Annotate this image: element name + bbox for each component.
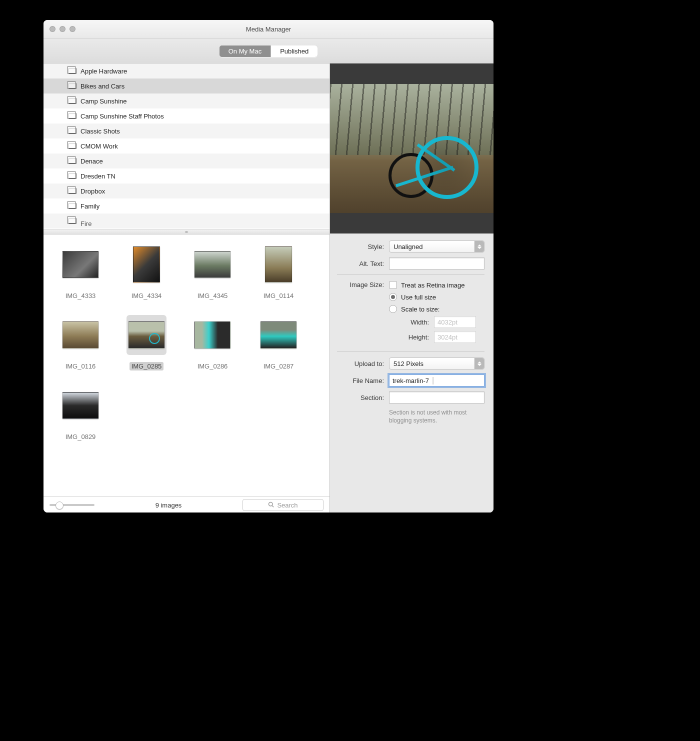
- folder-row[interactable]: Denace: [44, 154, 330, 168]
- folder-name: Bikes and Cars: [80, 82, 124, 90]
- toolbar: On My Mac Published: [44, 39, 494, 64]
- search-placeholder: Search: [277, 502, 298, 509]
- thumbnail-image: [194, 251, 230, 278]
- folder-stack-icon: [68, 218, 76, 224]
- use-full-size-radio[interactable]: Use full size: [389, 293, 484, 301]
- thumbnail-cell[interactable]: IMG_0116: [56, 315, 106, 370]
- folder-row[interactable]: Classic Shots: [44, 124, 330, 138]
- thumbnail-cell[interactable]: IMG_4333: [56, 244, 106, 300]
- folder-list: Apple HardwareBikes and CarsCamp Sunshin…: [44, 64, 330, 230]
- folder-stack-icon: [68, 173, 76, 179]
- alt-text-input[interactable]: [389, 258, 484, 270]
- thumbnail-image: [62, 392, 98, 419]
- thumbnail-cell[interactable]: IMG_4345: [188, 244, 238, 300]
- thumbnail-caption: IMG_4345: [196, 292, 230, 300]
- section-note: Section is not used with most blogging s…: [389, 408, 484, 424]
- search-input[interactable]: Search: [242, 499, 324, 511]
- alt-text-label: Alt. Text:: [337, 260, 384, 268]
- tab-published[interactable]: Published: [270, 46, 318, 57]
- folder-name: Apple Hardware: [80, 68, 127, 75]
- thumbnail-cell[interactable]: IMG_0287: [254, 315, 304, 370]
- pane-splitter[interactable]: [44, 230, 330, 234]
- folder-row[interactable]: Fire: [44, 214, 330, 228]
- folder-row[interactable]: Dresden TN: [44, 168, 330, 184]
- chevron-updown-icon: [474, 241, 484, 252]
- thumbnail-caption: IMG_0114: [262, 292, 296, 300]
- metadata-form: Style: Unaligned Alt. Text: Image Size:: [330, 234, 494, 430]
- folder-name: Camp Sunshine Staff Photos: [80, 112, 164, 120]
- folder-row[interactable]: Bikes and Cars: [44, 78, 330, 94]
- thumbnail-grid: IMG_4333IMG_4334IMG_4345IMG_0114IMG_0116…: [44, 234, 330, 496]
- folder-name: Fire: [80, 220, 92, 228]
- thumbnail-cell[interactable]: IMG_0286: [188, 315, 238, 370]
- style-label: Style:: [337, 243, 384, 250]
- folder-stack-icon: [68, 203, 76, 209]
- thumbnail-image: [133, 246, 160, 282]
- file-name-input[interactable]: trek-marlin-7|: [389, 374, 484, 386]
- media-manager-window: Media Manager On My Mac Published Apple …: [44, 20, 494, 512]
- folder-row[interactable]: Dropbox: [44, 184, 330, 198]
- image-count-label: 9 images: [102, 502, 236, 509]
- traffic-lights: [50, 26, 76, 32]
- folder-stack-icon: [68, 68, 76, 74]
- checkbox-icon: [389, 281, 397, 289]
- thumbnail-cell[interactable]: IMG_0829: [56, 386, 106, 441]
- radio-icon: [389, 293, 397, 301]
- thumbnail-caption: IMG_0829: [64, 432, 98, 441]
- folder-stack-icon: [68, 128, 76, 134]
- tab-on-my-mac[interactable]: On My Mac: [220, 46, 270, 57]
- upload-to-select[interactable]: 512 Pixels: [389, 358, 484, 370]
- close-button[interactable]: [50, 26, 56, 32]
- file-name-label: File Name:: [337, 377, 384, 384]
- zoom-button[interactable]: [70, 26, 76, 32]
- folder-row[interactable]: Apple Hardware: [44, 64, 330, 78]
- thumbnail-size-slider[interactable]: [50, 504, 94, 506]
- preview-pane: [330, 64, 494, 234]
- thumbnail-caption: IMG_4333: [64, 292, 98, 300]
- thumbnail-cell[interactable]: IMG_0114: [254, 244, 304, 300]
- upload-to-label: Upload to:: [337, 360, 384, 368]
- height-input[interactable]: 3024pt: [434, 331, 476, 343]
- width-label: Width:: [399, 318, 429, 326]
- folder-row[interactable]: CMOM Work: [44, 138, 330, 154]
- svg-point-0: [269, 502, 273, 506]
- thumbnail-caption: IMG_0116: [64, 362, 98, 370]
- thumbnail-image: [128, 322, 164, 348]
- folder-name: CMOM Work: [80, 142, 118, 150]
- thumbnail-cell[interactable]: IMG_0285: [122, 315, 172, 370]
- section-input[interactable]: [389, 392, 484, 404]
- source-segmented-control: On My Mac Published: [220, 46, 318, 57]
- folder-row[interactable]: Family: [44, 198, 330, 214]
- thumbnail-image: [260, 322, 296, 348]
- treat-retina-checkbox[interactable]: Treat as Retina image: [389, 281, 484, 289]
- width-input[interactable]: 4032pt: [434, 316, 476, 328]
- thumbnail-caption: IMG_4334: [130, 292, 164, 300]
- height-label: Height:: [399, 334, 429, 341]
- folder-stack-icon: [68, 188, 76, 194]
- window-title: Media Manager: [44, 26, 494, 33]
- titlebar: Media Manager: [44, 20, 494, 39]
- folder-name: Classic Shots: [80, 128, 120, 135]
- chevron-updown-icon: [474, 358, 484, 369]
- folder-row[interactable]: Camp Sunshine: [44, 94, 330, 108]
- preview-image: [330, 84, 494, 213]
- style-select[interactable]: Unaligned: [389, 240, 484, 252]
- thumbnail-cell[interactable]: IMG_4334: [122, 244, 172, 300]
- folder-stack-icon: [68, 143, 76, 149]
- thumbnail-caption: IMG_0287: [262, 362, 296, 370]
- folder-name: Dresden TN: [80, 172, 116, 180]
- image-size-label: Image Size:: [337, 281, 384, 288]
- folder-name: Camp Sunshine: [80, 98, 127, 105]
- folder-name: Dropbox: [80, 188, 105, 195]
- minimize-button[interactable]: [60, 26, 66, 32]
- folder-row[interactable]: Camp Sunshine Staff Photos: [44, 108, 330, 124]
- text-cursor-icon: |: [432, 376, 434, 384]
- folder-stack-icon: [68, 158, 76, 164]
- thumbnail-image: [62, 322, 98, 348]
- folder-stack-icon: [68, 98, 76, 104]
- thumbnail-image: [194, 322, 230, 348]
- thumbnail-caption: IMG_0285: [130, 362, 164, 370]
- section-label: Section:: [337, 394, 384, 402]
- folder-name: Denace: [80, 158, 103, 165]
- scale-to-size-radio[interactable]: Scale to size:: [389, 305, 484, 313]
